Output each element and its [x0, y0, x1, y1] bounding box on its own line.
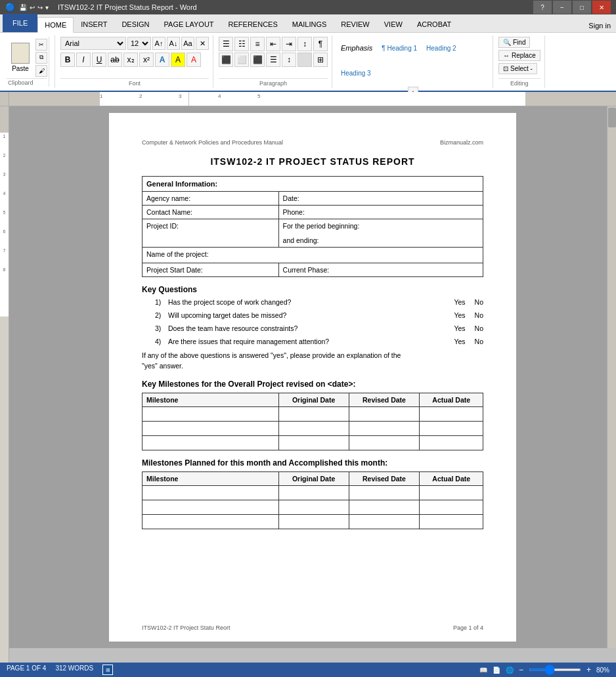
numbering-button[interactable]: ☷: [234, 37, 249, 51]
tab-mailings[interactable]: MAILINGS: [285, 16, 334, 32]
tab-home[interactable]: HOME: [37, 17, 74, 33]
question-2: 2) Will upcoming target dates be missed?…: [155, 311, 483, 319]
format-painter-button[interactable]: 🖌: [35, 65, 47, 77]
q2-num: 2): [155, 311, 168, 319]
tab-page-layout[interactable]: PAGE LAYOUT: [157, 16, 221, 32]
milestones-monthly-title: Milestones Planned for this month and Ac…: [142, 458, 483, 468]
align-center-button[interactable]: ⬜: [234, 53, 249, 67]
general-info-table: General Information: Agency name: Date: …: [142, 176, 483, 277]
multi-level-list-button[interactable]: ≡: [250, 37, 265, 51]
tab-review[interactable]: REVIEW: [334, 16, 376, 32]
find-button[interactable]: 🔍 Find: [498, 37, 530, 48]
show-marks-button[interactable]: ¶: [313, 37, 328, 51]
font-size-select[interactable]: 12: [127, 37, 151, 50]
sort-button[interactable]: ↕: [297, 37, 312, 51]
tab-insert[interactable]: INSERT: [74, 16, 114, 32]
undo-icon[interactable]: ↩: [30, 4, 35, 11]
view-print-button[interactable]: 📄: [493, 666, 500, 674]
ribbon-group-clipboard: Paste ✂ ⧉ 🖌 Clipboard: [3, 35, 55, 88]
customize-icon[interactable]: ▾: [45, 4, 49, 11]
grow-font-button[interactable]: A↑: [152, 37, 165, 50]
underline-button[interactable]: U: [92, 53, 106, 67]
milestone-overall-row-1: [143, 406, 483, 421]
superscript-button[interactable]: x²: [139, 53, 154, 67]
increase-indent-button[interactable]: ⇥: [282, 37, 296, 51]
tab-design[interactable]: DESIGN: [114, 16, 156, 32]
align-right-button[interactable]: ⬛: [250, 53, 265, 67]
footer-right: Page 1 of 4: [453, 624, 483, 631]
subscript-button[interactable]: x₂: [123, 53, 138, 67]
text-effect-button[interactable]: A: [155, 53, 169, 67]
tab-acrobat[interactable]: ACROBAT: [410, 16, 458, 32]
justify-button[interactable]: ☰: [266, 53, 280, 67]
q2-yes-no: Yes No: [454, 311, 483, 319]
zoom-out-button[interactable]: −: [519, 665, 523, 674]
sign-in-btn[interactable]: Sign in: [583, 19, 616, 32]
q2-no: No: [475, 311, 483, 319]
main-area: 1 2 3 4 5 6 7 8 Computer & Network Polic…: [0, 106, 616, 663]
bullets-button[interactable]: ☰: [219, 37, 233, 51]
milestone-overall-row-3: [143, 435, 483, 450]
replace-icon: ↔: [503, 52, 510, 59]
q4-num: 4): [155, 338, 168, 345]
contact-name-label: Contact Name:: [143, 206, 279, 219]
font-label: Font: [60, 78, 209, 87]
style-emphasis[interactable]: Emphasis: [338, 37, 376, 59]
maximize-btn[interactable]: □: [573, 1, 591, 14]
clear-format-button[interactable]: ✕: [196, 37, 209, 50]
italic-button[interactable]: I: [76, 53, 91, 67]
select-icon: ⊡: [503, 65, 508, 72]
ribbon-group-paragraph: ☰ ☷ ≡ ⇤ ⇥ ↕ ¶ ⬛ ⬜ ⬛ ☰ ↕ ⊞ Paragraph: [215, 35, 332, 88]
decrease-indent-button[interactable]: ⇤: [266, 37, 280, 51]
paste-label: Paste: [12, 65, 29, 72]
q4-yes-no: Yes No: [454, 338, 483, 345]
close-btn[interactable]: ✕: [592, 1, 611, 14]
redo-icon[interactable]: ↪: [37, 4, 43, 11]
col-milestone-1: Milestone: [143, 393, 279, 406]
col-milestone-2: Milestone: [143, 471, 279, 485]
font-name-select[interactable]: Arial: [60, 37, 126, 50]
ribbon-group-editing: 🔍 Find ↔ Replace ⊡ Select - Editing: [495, 35, 545, 88]
align-left-button[interactable]: ⬛: [219, 53, 233, 67]
strikethrough-button[interactable]: ab: [108, 53, 122, 67]
copy-button[interactable]: ⧉: [35, 52, 47, 64]
view-web-button[interactable]: 🌐: [506, 666, 514, 674]
select-button[interactable]: ⊡ Select -: [498, 63, 537, 74]
paste-button[interactable]: Paste: [7, 39, 34, 76]
zoom-in-button[interactable]: +: [586, 665, 591, 674]
language-indicator: ⊞: [102, 665, 113, 675]
replace-button[interactable]: ↔ Replace: [498, 50, 540, 61]
scrollbar-thumb[interactable]: [608, 108, 616, 127]
text-highlight-button[interactable]: A: [171, 53, 185, 67]
shading-button[interactable]: [297, 53, 312, 67]
format-buttons-row: B I U ab x₂ x² A A A: [60, 53, 201, 67]
style-heading3[interactable]: Heading 3: [338, 62, 374, 84]
cut-button[interactable]: ✂: [35, 39, 47, 51]
tab-file[interactable]: FILE: [3, 14, 37, 32]
q1-yes-no: Yes No: [454, 298, 483, 306]
tab-view[interactable]: VIEW: [377, 16, 410, 32]
current-phase-label: Current Phase:: [278, 263, 483, 277]
shrink-font-button[interactable]: A↓: [167, 37, 180, 50]
title-bar: 🔵 💾 ↩ ↪ ▾ ITSW102-2 IT Project Status Re…: [0, 0, 616, 14]
minimize-btn[interactable]: −: [553, 1, 571, 14]
change-case-button[interactable]: Aa: [181, 37, 194, 50]
bold-button[interactable]: B: [60, 53, 75, 67]
zoom-slider[interactable]: [529, 668, 581, 671]
save-icon[interactable]: 💾: [19, 4, 27, 11]
borders-button[interactable]: ⊞: [313, 53, 328, 67]
vertical-scrollbar[interactable]: [607, 106, 616, 648]
question-1: 1) Has the project scope of work changed…: [155, 298, 483, 306]
document-page[interactable]: Computer & Network Policies and Procedur…: [109, 113, 516, 642]
line-spacing-button[interactable]: ↕: [282, 53, 296, 67]
help-btn[interactable]: ?: [533, 1, 552, 14]
title-bar-controls: ? − □ ✕: [533, 1, 611, 14]
style-heading2[interactable]: Heading 2: [423, 37, 460, 59]
col-revised-date-2: Revised Date: [349, 471, 420, 485]
tab-references[interactable]: REFERENCES: [221, 16, 285, 32]
style-heading1[interactable]: ¶ Heading 1: [378, 37, 420, 59]
view-read-button[interactable]: 📖: [479, 666, 487, 674]
font-color-button[interactable]: A: [187, 53, 201, 67]
milestone-overall-row-2: [143, 421, 483, 435]
paragraph-label: Paragraph: [219, 78, 328, 87]
